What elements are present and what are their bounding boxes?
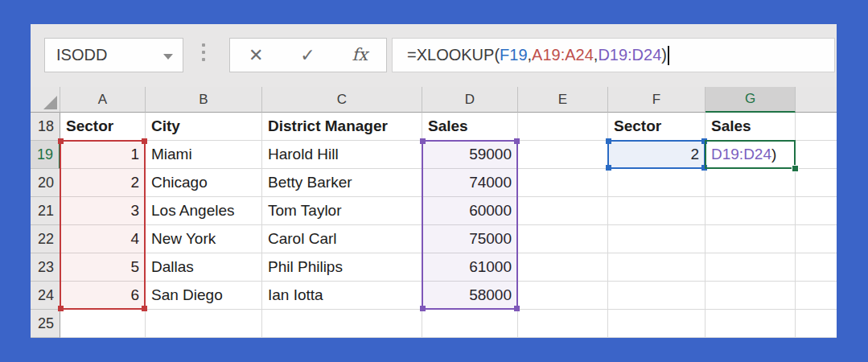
table-row-24: 246San DiegoIan Iotta58000 bbox=[31, 282, 837, 310]
cell-C21[interactable]: Tom Taylor bbox=[262, 197, 422, 225]
cell-partial-18 bbox=[796, 113, 837, 141]
cell-E19[interactable] bbox=[518, 141, 608, 169]
table-row-25: 25 bbox=[31, 310, 837, 338]
spreadsheet-grid: ABCDEFG18SectorCityDistrict ManagerSales… bbox=[31, 87, 837, 338]
cell-G25[interactable] bbox=[706, 310, 796, 338]
enter-icon[interactable]: ✓ bbox=[300, 47, 315, 64]
cell-B22[interactable]: New York bbox=[146, 225, 262, 253]
cell-E25[interactable] bbox=[518, 310, 608, 338]
cell-E23[interactable] bbox=[518, 253, 608, 282]
cell-C24[interactable]: Ian Iotta bbox=[262, 282, 422, 310]
cell-B24[interactable]: San Diego bbox=[146, 282, 262, 310]
cell-D19[interactable]: 59000 bbox=[422, 141, 518, 169]
column-header-A[interactable]: A bbox=[60, 87, 146, 113]
column-header-F[interactable]: F bbox=[608, 87, 706, 113]
cell-A21[interactable]: 3 bbox=[60, 197, 146, 225]
column-header-B[interactable]: B bbox=[146, 87, 262, 113]
row-header-23[interactable]: 23 bbox=[31, 253, 60, 282]
row-header-24[interactable]: 24 bbox=[31, 282, 60, 310]
cell-A25[interactable] bbox=[60, 310, 146, 338]
insert-function-icon[interactable]: fx bbox=[352, 47, 368, 64]
row-header-25[interactable]: 25 bbox=[31, 310, 60, 338]
cell-C22[interactable]: Carol Carl bbox=[262, 225, 422, 253]
table-row-23: 235DallasPhil Philips61000 bbox=[31, 253, 837, 282]
formula-buttons-group: ✕ ✓ fx bbox=[229, 38, 387, 72]
cell-B23[interactable]: Dallas bbox=[146, 253, 262, 282]
cell-G24[interactable] bbox=[706, 282, 796, 310]
text-cursor bbox=[668, 46, 669, 65]
cell-D20[interactable]: 74000 bbox=[422, 169, 518, 197]
cell-F22[interactable] bbox=[608, 225, 706, 253]
cell-B20[interactable]: Chicago bbox=[146, 169, 262, 197]
cell-partial-24 bbox=[796, 282, 837, 310]
cancel-icon[interactable]: ✕ bbox=[249, 47, 263, 64]
cell-F21[interactable] bbox=[608, 197, 706, 225]
cell-E24[interactable] bbox=[518, 282, 608, 310]
cell-A19[interactable]: 1 bbox=[60, 141, 146, 169]
table-row-21: 213Los AngelesTom Taylor60000 bbox=[31, 197, 837, 225]
cell-partial-22 bbox=[796, 225, 837, 253]
cell-D18[interactable]: Sales bbox=[422, 113, 518, 141]
cell-A18[interactable]: Sector bbox=[60, 113, 146, 141]
cell-F25[interactable] bbox=[608, 310, 706, 338]
table-row-22: 224New YorkCarol Carl75000 bbox=[31, 225, 837, 253]
cell-B25[interactable] bbox=[146, 310, 262, 338]
cell-A24[interactable]: 6 bbox=[60, 282, 146, 310]
name-box-dropdown-icon[interactable] bbox=[163, 54, 173, 60]
cell-G20[interactable] bbox=[706, 169, 796, 197]
cell-D21[interactable]: 60000 bbox=[422, 197, 518, 225]
cell-D23[interactable]: 61000 bbox=[422, 253, 518, 282]
cell-B19[interactable]: Miami bbox=[146, 141, 262, 169]
row-header-19[interactable]: 19 bbox=[31, 141, 60, 169]
cell-F18[interactable]: Sector bbox=[608, 113, 706, 141]
select-all-corner[interactable] bbox=[31, 87, 60, 113]
cell-F19[interactable]: 2 bbox=[608, 141, 706, 169]
column-header-D[interactable]: D bbox=[422, 87, 518, 113]
cell-B21[interactable]: Los Angeles bbox=[146, 197, 262, 225]
cell-C23[interactable]: Phil Philips bbox=[262, 253, 422, 282]
cell-F20[interactable] bbox=[608, 169, 706, 197]
column-header-partial bbox=[796, 87, 837, 113]
cell-E22[interactable] bbox=[518, 225, 608, 253]
cell-A23[interactable]: 5 bbox=[60, 253, 146, 282]
row-header-18[interactable]: 18 bbox=[31, 113, 60, 141]
cell-G19[interactable]: D19:D24) bbox=[706, 141, 796, 169]
table-row-19: 191MiamiHarold Hill590002D19:D24) bbox=[31, 141, 837, 169]
cell-D24[interactable]: 58000 bbox=[422, 282, 518, 310]
name-box-value: ISODD bbox=[56, 46, 107, 64]
column-header-E[interactable]: E bbox=[518, 87, 608, 113]
cell-D22[interactable]: 75000 bbox=[422, 225, 518, 253]
cell-A20[interactable]: 2 bbox=[60, 169, 146, 197]
column-header-C[interactable]: C bbox=[262, 87, 422, 113]
cell-C20[interactable]: Betty Barker bbox=[262, 169, 422, 197]
cell-C25[interactable] bbox=[262, 310, 422, 338]
cell-C19[interactable]: Harold Hill bbox=[262, 141, 422, 169]
name-box[interactable]: ISODD bbox=[44, 38, 183, 72]
cell-E18[interactable] bbox=[518, 113, 608, 141]
formula-bar-splitter[interactable] bbox=[202, 43, 205, 61]
cell-C18[interactable]: District Manager bbox=[262, 113, 422, 141]
cell-partial-25 bbox=[796, 310, 837, 338]
column-header-G[interactable]: G bbox=[706, 87, 796, 113]
cell-D25[interactable] bbox=[422, 310, 518, 338]
cell-partial-19 bbox=[796, 141, 837, 169]
formula-bar[interactable]: =XLOOKUP(F19,A19:A24,D19:D24) bbox=[392, 38, 835, 72]
row-header-21[interactable]: 21 bbox=[31, 197, 60, 225]
row-header-20[interactable]: 20 bbox=[31, 169, 60, 197]
cell-partial-23 bbox=[796, 253, 837, 282]
cell-F24[interactable] bbox=[608, 282, 706, 310]
cell-G21[interactable] bbox=[706, 197, 796, 225]
table-row-20: 202ChicagoBetty Barker74000 bbox=[31, 169, 837, 197]
cell-G18[interactable]: Sales bbox=[706, 113, 796, 141]
cell-partial-21 bbox=[796, 197, 837, 225]
cell-G23[interactable] bbox=[706, 253, 796, 282]
row-header-22[interactable]: 22 bbox=[31, 225, 60, 253]
cell-E21[interactable] bbox=[518, 197, 608, 225]
cell-A22[interactable]: 4 bbox=[60, 225, 146, 253]
table-row-18: 18SectorCityDistrict ManagerSalesSectorS… bbox=[31, 113, 837, 141]
select-all-triangle-icon bbox=[43, 96, 57, 109]
cell-E20[interactable] bbox=[518, 169, 608, 197]
cell-B18[interactable]: City bbox=[146, 113, 262, 141]
cell-F23[interactable] bbox=[608, 253, 706, 282]
cell-G22[interactable] bbox=[706, 225, 796, 253]
